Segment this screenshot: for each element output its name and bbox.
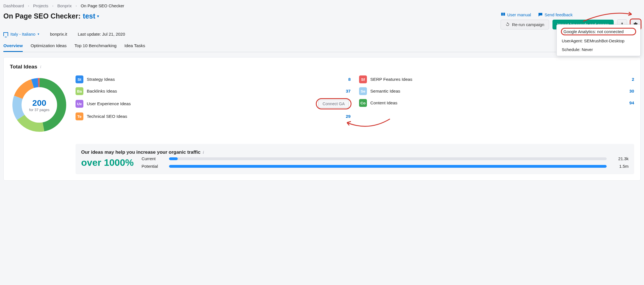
hint-percent: over 1000% [81,157,134,168]
chevron-right-icon: › [76,4,77,8]
title-prefix: On Page SEO Checker: [3,12,81,20]
ideas-donut-chart: 200 for 37 pages [10,75,69,134]
current-label: Current [141,156,164,161]
idea-row[interactable]: StStrategy Ideas8 [76,75,351,83]
user-manual-link[interactable]: User manual [501,12,531,17]
settings-useragent[interactable]: UserAgent: SEMrushBot-Desktop [562,38,635,43]
potential-label: Potential [141,164,164,169]
info-icon[interactable]: i [40,65,41,69]
locale-selector[interactable]: Italy - Italiano ▾ [3,32,39,36]
idea-badge: Ux [76,100,83,108]
book-icon [501,12,506,17]
current-bar [169,157,607,160]
hint-headline: Our ideas may help you increase your org… [81,150,200,155]
idea-badge: Se [359,87,367,95]
campaign-name: test [83,12,95,20]
idea-label: Semantic Ideas [370,89,400,94]
idea-row[interactable]: UxUser Experience IdeasConnect GA [76,99,351,109]
idea-row[interactable]: TeTechnical SEO Ideas29 [76,112,351,120]
refresh-icon [505,22,510,27]
connect-ga-button[interactable]: Connect GA [318,100,349,108]
settings-popover: Google Analytics: not connected UserAgen… [556,24,641,56]
campaign-selector[interactable]: test ▾ [83,12,99,20]
tab-optimization-ideas[interactable]: Optimization Ideas [31,40,67,52]
idea-label: User Experience Ideas [87,101,131,106]
idea-badge: Sf [359,75,367,83]
crumb-current: On Page SEO Checker [81,3,124,8]
chevron-down-icon: ▾ [38,32,39,36]
send-feedback-label: Send feedback [545,12,573,17]
connect-ga-highlight: Connect GA [317,99,351,109]
traffic-potential-row: Potential 1.5m [141,164,629,169]
tab-top10-benchmarking[interactable]: Top 10 Benchmarking [74,40,117,52]
idea-row[interactable]: SeSemantic Ideas30 [359,87,634,95]
rerun-campaign-button[interactable]: Re-run campaign [501,20,549,29]
domain-label: bonprix.it [50,32,67,36]
breadcrumb: Dashboard › Projects › Bonprix › On Page… [3,3,641,8]
idea-label: Backlinks Ideas [87,89,117,94]
tab-overview[interactable]: Overview [3,40,23,52]
chevron-right-icon: › [28,4,29,8]
crumb-dashboard[interactable]: Dashboard [3,3,24,8]
idea-count: 2 [632,77,634,82]
rerun-label: Re-run campaign [512,22,544,27]
page-title: On Page SEO Checker: test ▾ [3,12,99,20]
traffic-current-row: Current 21.3k [141,156,629,161]
settings-ga-status[interactable]: Google Analytics: not connected [562,29,635,35]
idea-badge: Te [76,112,83,120]
idea-count: 30 [629,89,634,94]
idea-label: Content Ideas [370,100,398,105]
card-title: Total Ideas [10,64,37,70]
idea-row[interactable]: CoContent Ideas94 [359,99,634,107]
total-ideas-count: 200 [32,98,46,108]
idea-label: SERP Features Ideas [370,77,412,82]
idea-badge: St [76,75,83,83]
idea-count: 37 [346,89,351,94]
chevron-right-icon: › [52,4,53,8]
potential-value: 1.5m [612,164,629,169]
crumb-bonprix[interactable]: Bonprix [57,3,72,8]
tab-idea-tasks[interactable]: Idea Tasks [124,40,145,52]
idea-count: 29 [346,114,351,119]
idea-count: 8 [348,77,351,82]
current-value: 21.3k [612,156,629,161]
idea-label: Strategy Ideas [87,77,115,82]
monitor-icon [3,32,8,36]
total-ideas-sub: for 37 pages [29,108,49,112]
chevron-down-icon: ▾ [97,14,99,18]
locale-label: Italy - Italiano [10,32,35,36]
total-ideas-card: Total Ideas i 200 for 37 pages StStrateg… [3,57,641,181]
tabs: Overview Optimization Ideas Top 10 Bench… [3,40,641,52]
idea-badge: Ba [76,87,83,95]
idea-row[interactable]: BaBacklinks Ideas37 [76,87,351,95]
idea-label: Technical SEO Ideas [87,114,127,119]
settings-schedule[interactable]: Schedule: Never [562,47,635,52]
traffic-hint-box: Our ideas may help you increase your org… [76,144,634,174]
send-feedback-link[interactable]: Send feedback [538,12,573,17]
speech-bubble-icon [538,12,543,17]
potential-bar [169,165,607,168]
idea-row[interactable]: SfSERP Features Ideas2 [359,75,634,83]
idea-badge: Co [359,99,367,107]
idea-count: 94 [629,100,634,105]
last-update-label: Last update: Jul 21, 2020 [78,32,125,36]
crumb-projects[interactable]: Projects [33,3,48,8]
user-manual-label: User manual [507,12,531,17]
info-icon[interactable]: i [203,150,204,155]
